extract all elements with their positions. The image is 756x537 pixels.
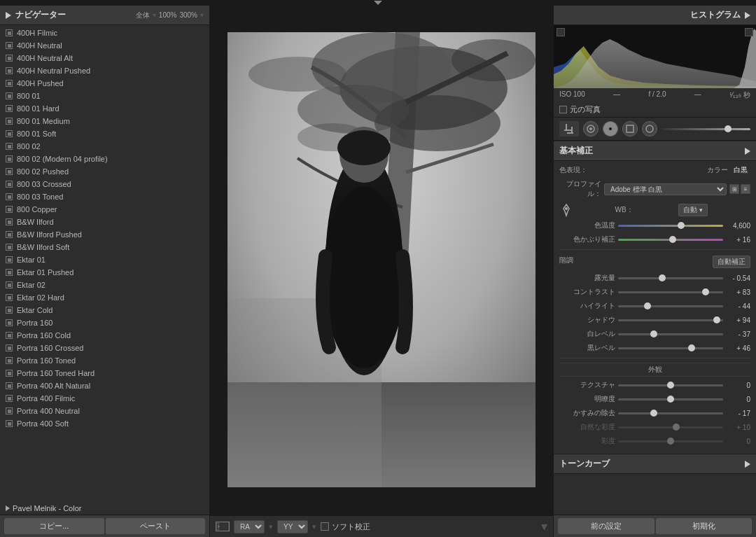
histogram-title: ヒストグラム [559, 9, 741, 21]
spot-removal-tool[interactable] [583, 121, 598, 137]
dehaze-thumb[interactable] [650, 410, 657, 417]
histogram-clipping-shadow-icon[interactable] [556, 28, 565, 36]
navigator-collapse-icon[interactable] [6, 12, 11, 19]
exposure-slider[interactable] [618, 272, 723, 284]
gradient-filter-tool[interactable] [622, 121, 638, 137]
temp-slider[interactable] [618, 220, 723, 231]
ra-select[interactable]: RA [234, 520, 265, 533]
preset-item[interactable]: 800 02 Pushed [0, 165, 209, 178]
photo-bw-image [227, 32, 536, 487]
preset-item[interactable]: B&W Ilford Pushed [0, 228, 209, 241]
white-thumb[interactable] [650, 330, 657, 337]
tint-slider[interactable] [618, 234, 723, 245]
color-mode-label[interactable]: カラー [707, 165, 728, 175]
preset-item[interactable]: 800 Copper [0, 203, 209, 216]
prev-settings-button[interactable]: 前の設定 [558, 518, 654, 534]
zoom-300-btn[interactable]: 300% [179, 11, 197, 19]
preset-item[interactable]: Portra 400 Soft [0, 417, 209, 430]
white-slider[interactable] [618, 328, 723, 340]
histogram-collapse-icon[interactable] [745, 12, 750, 19]
preset-item-icon [6, 294, 13, 301]
preset-item[interactable]: B&W Ilford Soft [0, 241, 209, 253]
preset-item[interactable]: Ektar 02 Hard [0, 291, 209, 304]
zoom-full-btn[interactable]: 全体 [136, 11, 150, 20]
preset-item[interactable]: 800 01 Medium [0, 115, 209, 127]
shadow-thumb[interactable] [713, 316, 720, 323]
preset-item[interactable]: 800 01 Soft [0, 127, 209, 140]
shadow-label: シャドウ [559, 315, 615, 325]
profile-grid-view-btn[interactable]: ⊞ [729, 184, 739, 194]
preset-item-name: Ektar 01 Pushed [17, 268, 74, 277]
clarity-thumb[interactable] [667, 396, 674, 403]
clarity-slider[interactable] [618, 393, 723, 405]
preset-item[interactable]: 800 01 Hard [0, 102, 209, 115]
preset-item[interactable]: 400H Neutral [0, 39, 209, 52]
preset-item[interactable]: Portra 400 Alt Natural [0, 379, 209, 392]
preset-item[interactable]: Portra 160 Toned [0, 354, 209, 367]
paste-button[interactable]: ペースト [106, 518, 206, 534]
preset-item[interactable]: Portra 160 [0, 316, 209, 329]
preset-item[interactable]: Portra 160 Crossed [0, 342, 209, 354]
preset-item[interactable]: 400H Neutral Alt [0, 52, 209, 64]
texture-value: 0 [726, 382, 750, 389]
preset-item[interactable]: Portra 160 Toned Hard [0, 367, 209, 379]
original-photo-checkbox[interactable] [559, 106, 567, 113]
profile-select-wrap: Adobe 標準 白黒 ⊞ ≡ [604, 183, 750, 195]
highlight-thumb[interactable] [644, 302, 651, 309]
shadow-slider[interactable] [618, 314, 723, 326]
red-eye-tool[interactable] [603, 121, 618, 137]
texture-slider[interactable] [618, 379, 723, 391]
histogram-clipping-highlight-icon[interactable] [745, 28, 753, 36]
preset-item[interactable]: Ektar 02 [0, 279, 209, 291]
preset-item[interactable]: 400H Pushed [0, 77, 209, 90]
group-header-pavel[interactable]: Pavel Melnik - Color [0, 502, 209, 515]
reset-button[interactable]: 初期化 [656, 518, 752, 534]
exposure-row: 露光量 - 0.54 [559, 272, 750, 284]
auto-correct-btn[interactable]: 自動補正 [713, 256, 750, 268]
contrast-thumb[interactable] [702, 288, 709, 295]
tint-slider-thumb[interactable] [669, 236, 676, 243]
crop-tool[interactable] [559, 121, 579, 137]
collapse-arrow-icon[interactable] [374, 1, 382, 5]
preset-item[interactable]: 400H Filmic [0, 27, 209, 39]
texture-thumb[interactable] [667, 382, 674, 389]
preset-item[interactable]: Ektar Cold [0, 304, 209, 316]
black-slider[interactable] [618, 342, 723, 354]
wb-auto-btn[interactable]: 自動 ▾ [678, 204, 708, 216]
preset-item[interactable]: 800 03 Crossed [0, 178, 209, 190]
black-thumb[interactable] [688, 344, 695, 351]
tone-curve-collapse-icon[interactable] [745, 461, 750, 468]
dehaze-slider[interactable] [618, 407, 723, 419]
preset-item[interactable]: Ektar 01 [0, 253, 209, 266]
preset-item[interactable]: 800 02 [0, 140, 209, 153]
preset-item[interactable]: Portra 400 Neutral [0, 405, 209, 417]
bw-mode-label[interactable]: 白黒 [734, 165, 748, 175]
preset-item[interactable]: 400H Neutral Pushed [0, 64, 209, 77]
tone-slider[interactable] [662, 128, 750, 130]
wb-eyedropper-icon[interactable] [559, 203, 573, 217]
copy-button[interactable]: コピー... [4, 518, 104, 534]
radial-filter-tool[interactable] [642, 121, 657, 137]
exposure-thumb[interactable] [659, 274, 666, 281]
contrast-slider[interactable] [618, 286, 723, 298]
preset-item[interactable]: 800 02 (Modern 04 profile) [0, 153, 209, 165]
profile-list-view-btn[interactable]: ≡ [741, 184, 750, 194]
tone-slider-thumb[interactable] [724, 125, 732, 132]
navigator-header: ナビゲーター 全体 ▾ 100% 300% ▾ [0, 6, 209, 25]
soft-proof-toggle[interactable]: ソフト校正 [321, 522, 370, 532]
highlight-slider[interactable] [618, 300, 723, 312]
zoom-100-btn[interactable]: 100% [159, 11, 177, 19]
preset-item[interactable]: 800 03 Toned [0, 190, 209, 203]
profile-select[interactable]: Adobe 標準 白黒 [604, 183, 727, 195]
soft-proof-checkbox[interactable] [321, 522, 329, 531]
preset-item[interactable]: 800 01 [0, 90, 209, 102]
preset-item[interactable]: Ektar 01 Pushed [0, 266, 209, 279]
yy-select[interactable]: YY [277, 520, 308, 533]
temp-slider-thumb[interactable] [678, 222, 685, 229]
preset-item[interactable]: B&W Ilford [0, 216, 209, 228]
filmstrip-icon[interactable] [216, 522, 230, 531]
preset-item[interactable]: Portra 400 Filmic [0, 392, 209, 405]
preset-item[interactable]: Portra 160 Cold [0, 329, 209, 342]
navigator-title: ナビゲーター [15, 9, 132, 21]
basic-correction-collapse-icon[interactable] [745, 148, 750, 155]
